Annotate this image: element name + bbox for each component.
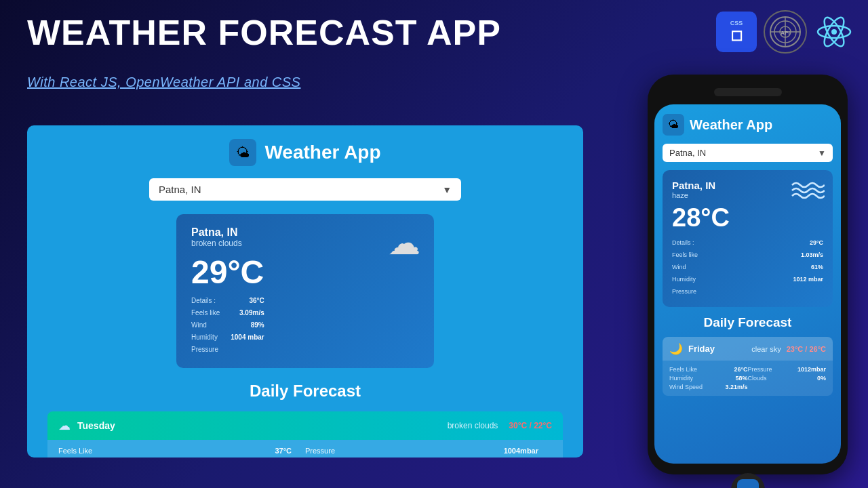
svg-text:API: API (781, 30, 789, 36)
browser-weather-temp: 29°C (191, 253, 419, 291)
phone-forecast-clouds: Clouds 0% (748, 375, 827, 382)
browser-weather-desc: broken clouds (191, 239, 419, 248)
phone-weather-emoji: 🌤 (668, 119, 679, 131)
phone-forecast-feels-like: Feels Like 26°C (669, 366, 748, 373)
phone-forecast-friday-header[interactable]: 🌙 Friday clear sky 23°C / 26°C (663, 337, 833, 361)
phone-app-header: 🌤 Weather App (663, 114, 833, 136)
phone-forecast-friday-desc: clear sky (751, 345, 781, 353)
page-subtitle: With React JS, OpenWeather API and CSS (27, 75, 300, 90)
phone-home-button[interactable] (731, 473, 765, 488)
browser-app-header: 🌤 Weather App (47, 139, 563, 166)
phone-search-bar[interactable]: Patna, IN ▼ (663, 144, 833, 162)
browser-weather-cloud-icon: ☁ (388, 224, 420, 262)
browser-daily-forecast-title: Daily Forecast (47, 382, 563, 401)
phone-weather-wave-icon (791, 180, 825, 203)
phone-forecast-friday-day: Friday (688, 344, 715, 354)
svg-point-9 (831, 29, 837, 35)
phone-app-icon: 🌤 (663, 114, 684, 136)
react-icon (814, 12, 854, 52)
phone-forecast-friday-left: 🌙 Friday (669, 342, 715, 355)
forecast-tuesday-day: Tuesday (77, 420, 115, 431)
forecast-row-tuesday[interactable]: ☁ Tuesday broken clouds 30°C / 22°C Feel… (47, 411, 563, 458)
browser-mockup: 🌤 Weather App Patna, IN ▼ Patna, IN brok… (27, 125, 583, 458)
browser-weather-location: Patna, IN (191, 226, 419, 239)
forecast-row-tuesday-header[interactable]: ☁ Tuesday broken clouds 30°C / 22°C (47, 411, 563, 440)
api-icon: API (764, 10, 807, 54)
browser-detail-labels: Details : Feels like Wind Humidity Press… (191, 295, 220, 356)
forecast-tuesday-body: Feels Like 37°C Pressure 1004mbar Humidi… (47, 440, 563, 458)
tech-icons-container: CSS ◻ API (716, 10, 854, 54)
phone-forecast-friday-temps: 23°C / 26°C (787, 345, 826, 353)
browser-weather-card: Patna, IN broken clouds ☁ 29°C Details :… (176, 214, 434, 368)
browser-search-bar[interactable]: Patna, IN ▼ (149, 178, 461, 201)
browser-weather-details: Details : Feels like Wind Humidity Press… (191, 295, 419, 356)
phone-forecast-friday-right: clear sky 23°C / 26°C (751, 345, 826, 353)
forecast-row-tuesday-left: ☁ Tuesday (58, 418, 115, 433)
phone-search-arrow: ▼ (818, 148, 826, 158)
browser-detail-values: 36°C 3.09m/s 89% 1004 mbar (231, 295, 264, 356)
phone-app-title: Weather App (690, 117, 772, 133)
phone-search-value: Patna, IN (669, 148, 706, 158)
phone-weather-details: Details : Feels like Wind Humidity Press… (672, 237, 823, 298)
phone-forecast-friday-body: Feels Like 26°C Pressure 1012mbar Humidi… (663, 361, 833, 396)
phone-home-area (654, 468, 841, 488)
phone-screen: 🌤 Weather App Patna, IN ▼ Patna, IN haze… (654, 104, 841, 464)
phone-weather-card: Patna, IN haze 28°C Details : Feels like… (663, 170, 833, 307)
phone-detail-values: 29°C 1.03m/s 61% 1012 mbar (793, 237, 823, 298)
phone-forecast-moon-icon: 🌙 (669, 342, 683, 355)
phone-home-inner (737, 479, 759, 488)
forecast-tuesday-desc: broken clouds (448, 421, 498, 430)
forecast-tuesday-cloud-icon: ☁ (58, 418, 71, 433)
forecast-tuesday-temps: 30°C / 22°C (509, 421, 552, 430)
phone-daily-forecast-title: Daily Forecast (663, 315, 833, 330)
api-svg: API (768, 15, 802, 49)
phone-forecast-row-friday[interactable]: 🌙 Friday clear sky 23°C / 26°C Feels Lik… (663, 337, 833, 396)
browser-weather-emoji: 🌤 (236, 145, 250, 161)
browser-app-title: Weather App (264, 142, 380, 163)
browser-app-icon: 🌤 (229, 139, 256, 166)
phone-notch (714, 88, 782, 96)
browser-search-arrow: ▼ (442, 184, 452, 195)
phone-mockup: 🌤 Weather App Patna, IN ▼ Patna, IN haze… (648, 75, 848, 474)
css-icon: CSS ◻ (716, 12, 757, 52)
phone-forecast-wind-speed: Wind Speed 3.21m/s (669, 384, 748, 390)
forecast-row-tuesday-right: broken clouds 30°C / 22°C (448, 421, 552, 430)
page-main-title: WEATHER FORECAST APP (27, 14, 501, 52)
phone-detail-labels: Details : Feels like Wind Humidity Press… (672, 237, 793, 298)
phone-forecast-pressure: Pressure 1012mbar (748, 366, 827, 373)
browser-search-value: Patna, IN (159, 184, 201, 195)
react-svg (815, 13, 853, 51)
phone-weather-temp: 28°C (672, 203, 823, 232)
phone-forecast-humidity: Humidity 58% (669, 375, 748, 382)
